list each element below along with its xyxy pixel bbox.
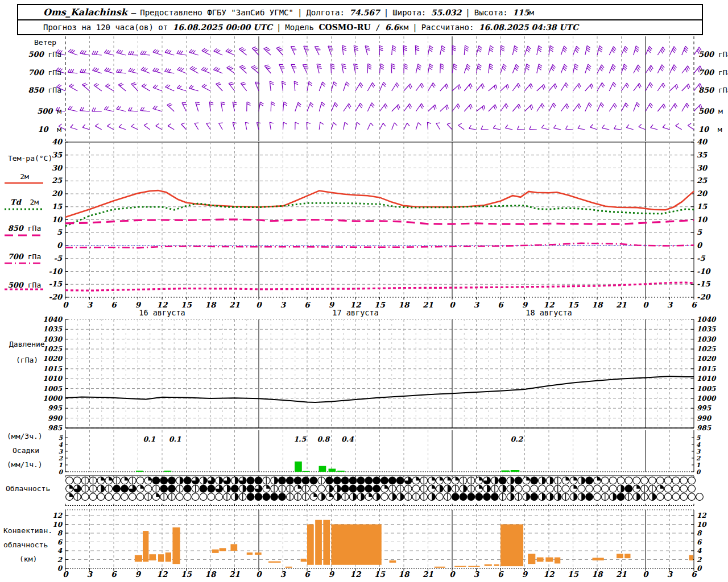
- svg-text:-5: -5: [697, 254, 705, 263]
- header-row-forecast: Прогноз на 120 часа(ов) от 16.08.2025 00…: [18, 20, 702, 34]
- svg-text:1000: 1000: [43, 394, 63, 402]
- svg-text:16 августа: 16 августа: [139, 308, 185, 317]
- svg-text:3: 3: [667, 569, 673, 579]
- bottom-x-axis-labels: 036912151821036912151821036912151821036: [63, 569, 697, 579]
- precip-units-1h: (мм/1ч.): [7, 460, 43, 469]
- cloud-row-2: [66, 485, 696, 492]
- station-name: Oms_Kalachinsk: [43, 7, 127, 18]
- header-row-station: Oms_Kalachinsk — Предоставлено ФГБУ "Зап…: [18, 5, 702, 20]
- svg-text:4: 4: [57, 547, 63, 555]
- separator: |: [461, 8, 474, 17]
- svg-text:0: 0: [63, 569, 69, 579]
- altitude-unit: м: [529, 8, 533, 17]
- svg-text:0: 0: [643, 569, 649, 579]
- model-slash: /: [375, 23, 380, 32]
- svg-text:10: 10: [697, 215, 708, 224]
- svg-text:6: 6: [697, 538, 702, 546]
- svg-text:1005: 1005: [697, 385, 716, 393]
- svg-text:6: 6: [691, 569, 697, 579]
- svg-text:15: 15: [568, 569, 579, 579]
- svg-text:18: 18: [205, 569, 217, 579]
- wind-level-10m-right: 10 м: [698, 125, 722, 134]
- svg-text:20: 20: [52, 189, 63, 198]
- svg-text:1030: 1030: [697, 335, 717, 343]
- svg-text:10: 10: [697, 521, 707, 529]
- cloud-section-title: Облачность: [6, 484, 50, 493]
- svg-text:6: 6: [111, 300, 117, 309]
- svg-text:6: 6: [304, 300, 311, 309]
- svg-text:0: 0: [256, 300, 262, 309]
- svg-text:20: 20: [697, 189, 708, 198]
- svg-text:15: 15: [374, 569, 386, 579]
- meteogram-page: Oms_Kalachinsk — Предоставлено ФГБУ "Зап…: [0, 0, 728, 582]
- svg-text:15: 15: [52, 202, 63, 211]
- svg-text:985: 985: [48, 424, 63, 432]
- svg-text:0.8: 0.8: [317, 435, 330, 443]
- wind-level-10m: 10 м: [10, 125, 61, 134]
- svg-text:12: 12: [52, 512, 63, 519]
- legend-t2m-label: 2м: [5, 172, 44, 181]
- calc-label: Рассчитано:: [421, 23, 474, 32]
- model-name: COSMO-RU: [318, 23, 370, 32]
- svg-text:12: 12: [350, 569, 362, 579]
- svg-text:995: 995: [48, 404, 63, 412]
- wind-level-700hpa-right: 700 гПа: [698, 68, 728, 77]
- temperature-chart: 40403535303025252020151510105500-5-5-10-…: [5, 138, 711, 317]
- wind-barb-row-1: [56, 45, 701, 55]
- svg-text:0: 0: [449, 569, 456, 579]
- svg-text:3: 3: [87, 569, 93, 579]
- svg-text:18: 18: [399, 300, 410, 309]
- svg-text:0: 0: [57, 241, 63, 250]
- svg-text:0: 0: [697, 564, 702, 572]
- svg-text:21: 21: [423, 300, 433, 309]
- wind-barb-row-3: [56, 81, 701, 91]
- svg-text:40: 40: [697, 138, 708, 146]
- precip-units-3h: (мм/3ч.): [7, 432, 43, 440]
- svg-text:-20: -20: [697, 293, 711, 301]
- wind-level-850hpa: 850 гПа: [10, 86, 61, 94]
- altitude-label: Высота:: [474, 8, 508, 17]
- header-box: Oms_Kalachinsk — Предоставлено ФГБУ "Зап…: [17, 4, 703, 35]
- svg-text:3: 3: [59, 448, 64, 455]
- svg-text:1000: 1000: [697, 394, 717, 402]
- svg-text:5: 5: [57, 228, 63, 236]
- latitude-label: Широта:: [392, 8, 426, 17]
- cloud-row-3: [66, 493, 704, 501]
- model-label: Модель: [285, 23, 314, 32]
- wind-level-500hpa-right: 500 гПа: [698, 50, 728, 59]
- svg-text:-15: -15: [697, 280, 710, 288]
- svg-text:15: 15: [181, 569, 192, 579]
- wind-level-850hpa-right: 850 гПа: [698, 86, 728, 94]
- svg-text:17 августа: 17 августа: [332, 308, 378, 317]
- svg-text:1035: 1035: [43, 325, 63, 333]
- svg-text:10: 10: [52, 521, 63, 529]
- svg-text:6: 6: [111, 569, 117, 579]
- forecast-label: Прогноз на 120 часа(ов) от: [43, 23, 168, 32]
- wind-level-700hpa: 700 гПа: [10, 68, 61, 77]
- separator: |: [380, 8, 392, 17]
- conv-section-title2: облачность: [3, 541, 48, 549]
- svg-text:1040: 1040: [697, 315, 717, 323]
- legend-500-label: 500 гПа: [5, 281, 44, 289]
- pressure-section-title: Давление: [9, 340, 45, 348]
- svg-text:0: 0: [256, 569, 262, 579]
- svg-text:990: 990: [697, 414, 712, 422]
- svg-text:1: 1: [696, 462, 700, 468]
- svg-text:2: 2: [59, 455, 63, 462]
- temp-section-title: Тем-ра(°C): [8, 154, 52, 163]
- svg-text:0: 0: [696, 468, 701, 475]
- svg-text:995: 995: [697, 404, 712, 412]
- pressure-chart: 1040104010351035103010301025102510201020…: [43, 315, 717, 432]
- svg-text:15: 15: [697, 202, 708, 211]
- svg-text:1025: 1025: [43, 345, 63, 353]
- altitude-value: 115: [512, 8, 529, 17]
- wind-barb-row-2: [56, 64, 702, 73]
- svg-text:-15: -15: [49, 280, 63, 288]
- svg-text:18: 18: [592, 300, 603, 309]
- model-resolution: 6.6: [385, 23, 399, 32]
- precip-section-title: Осадки: [13, 446, 39, 455]
- svg-text:2: 2: [697, 556, 702, 564]
- svg-text:18: 18: [205, 300, 217, 309]
- svg-text:4: 4: [59, 441, 63, 448]
- svg-text:25: 25: [52, 176, 63, 185]
